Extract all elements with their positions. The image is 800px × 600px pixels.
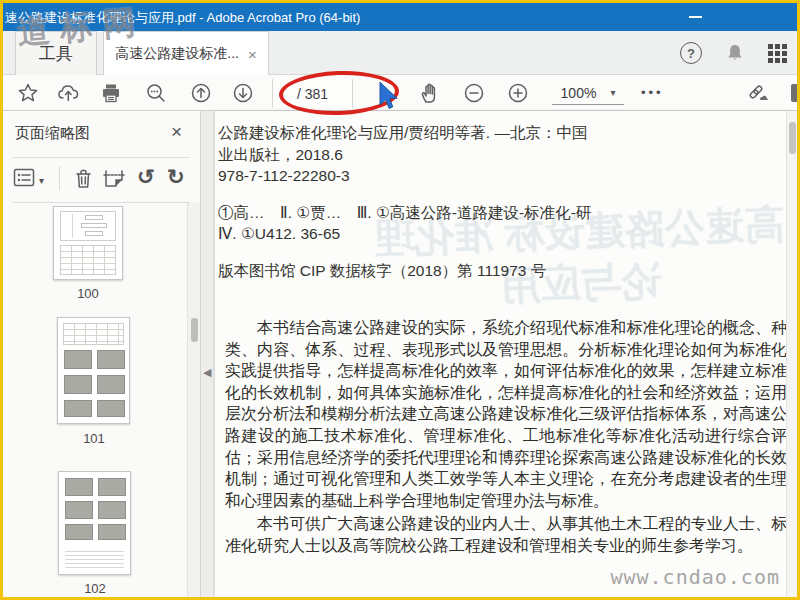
cip-line: 公路建设标准化理论与应用/贾绍明等著. —北京：中国 (218, 123, 587, 144)
page-thumbnail-101[interactable] (57, 317, 130, 424)
panel-toolbar: ▾ ↺ ↻ (3, 158, 200, 202)
tab-document-label: 高速公路建设标准... (115, 45, 239, 63)
audience-paragraph: 本书可供广大高速公路建设的业内人士、从事其他土木工程的专业人士、标准化研究人士以… (225, 513, 787, 556)
panel-scrollbar[interactable] (187, 203, 200, 597)
thumbnail-label: 101 (58, 431, 130, 446)
panel-close-icon[interactable]: × (171, 121, 182, 143)
share-link-icon[interactable] (745, 82, 767, 104)
acrobat-window: 速公路建设标准化理论与应用.pdf - Adobe Acrobat Pro (6… (0, 0, 800, 600)
collapse-panel-icon[interactable]: ◀ (203, 366, 211, 379)
zoom-level-value: 100% (561, 85, 597, 101)
rotate-left-icon[interactable]: ↺ (137, 166, 155, 187)
thumbnail-label: 102 (59, 581, 131, 596)
hand-tool-icon[interactable] (419, 82, 441, 104)
page-number-input[interactable]: / 381 (272, 79, 353, 108)
document-scrollbar-thumb[interactable] (789, 122, 796, 154)
rotate-right-icon[interactable]: ↻ (167, 166, 185, 187)
notifications-bell-icon[interactable] (724, 42, 746, 64)
pdf-page: 高速公路建设标 准化理论与应用 公路建设标准化理论与应用/贾绍明等著. —北京：… (215, 111, 790, 597)
favorites-star-icon[interactable] (17, 82, 39, 104)
more-tools-icon[interactable]: ••• (641, 85, 664, 100)
chevron-down-icon: ▾ (610, 87, 615, 98)
panel-title: 页面缩略图 (15, 124, 90, 143)
panel-scrollbar-thumb[interactable] (191, 318, 198, 342)
title-bar: 速公路建设标准化理论与应用.pdf - Adobe Acrobat Pro (6… (3, 3, 797, 31)
tab-document[interactable]: 高速公路建设标准... × (103, 31, 269, 76)
window-title: 速公路建设标准化理论与应用.pdf - Adobe Acrobat Pro (6… (5, 9, 360, 27)
share-cloud-upload-icon[interactable] (57, 82, 79, 104)
cip-line: 版本图书馆 CIP 数据核字（2018）第 111973 号 (218, 261, 546, 282)
tab-close-icon[interactable]: × (248, 47, 257, 62)
crop-pages-icon[interactable] (102, 168, 126, 194)
apps-grid-icon[interactable] (768, 44, 787, 63)
tab-bar: 工具 高速公路建设标准... × ? (3, 31, 797, 75)
sidebar-tools-cut-icon[interactable] (791, 84, 800, 102)
document-viewport: ◀ 高速公路建设标 准化理论与应用 公路建设标准化理论与应用/贾绍明等著. —北… (201, 111, 797, 597)
page-thumbnail-100[interactable] (53, 206, 123, 280)
help-icon[interactable]: ? (680, 42, 702, 64)
zoom-level-dropdown[interactable]: 100% ▾ (552, 81, 624, 105)
document-scrollbar[interactable] (786, 111, 797, 597)
previous-page-icon[interactable] (190, 82, 212, 104)
abstract-paragraph: 本书结合高速公路建设的实际，系统介绍现代标准和标准化理论的概念、种类、内容、体系… (225, 317, 787, 511)
thumbnail-list: 100 101 102 (3, 203, 186, 597)
tab-tools[interactable]: 工具 (15, 31, 97, 75)
search-icon[interactable] (145, 82, 167, 104)
zoom-in-icon[interactable] (507, 82, 529, 104)
print-icon[interactable] (100, 82, 122, 104)
site-watermark-bottom: www.cndao.com (610, 565, 780, 589)
chevron-down-icon[interactable]: ▾ (39, 175, 44, 186)
cip-line: Ⅳ. ①U412. 36-65 (218, 225, 340, 243)
thumbnail-options-icon[interactable] (13, 168, 35, 191)
cip-line: 978-7-112-22280-3 (218, 167, 350, 185)
thumbnail-label: 100 (52, 286, 124, 301)
thumbnails-panel: 页面缩略图 × ▾ ↺ ↻ (3, 111, 201, 597)
minimize-button[interactable] (689, 16, 702, 18)
zoom-out-icon[interactable] (463, 82, 485, 104)
main-toolbar: / 381 100% ▾ ••• (3, 75, 797, 111)
cip-line: 业出版社，2018.6 (218, 145, 343, 166)
delete-pages-icon[interactable] (73, 168, 94, 194)
cip-line: ①高… Ⅱ. ①贾… Ⅲ. ①高速公路-道路建设-标准化-研 (218, 203, 591, 224)
next-page-icon[interactable] (232, 82, 254, 104)
page-thumbnail-102[interactable] (58, 471, 131, 575)
